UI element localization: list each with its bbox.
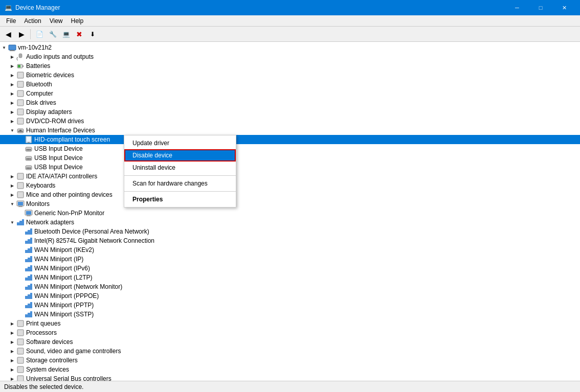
svg-rect-47 (22, 219, 24, 225)
tree-item-processors[interactable]: ▶Processors (0, 328, 580, 337)
toolbar-back[interactable]: ◀ (2, 28, 14, 40)
expand-icon-diskdrives[interactable]: ▶ (8, 99, 16, 107)
tree-item-wan-netmon[interactable]: WAN Miniport (Network Monitor) (0, 282, 580, 291)
toolbar: ◀ ▶ 📄 🔧 💻 ✖ ⬇ (0, 27, 580, 42)
device-tree[interactable]: ▼vm-10v21h2▶Audio inputs and outputs▶Bat… (0, 42, 580, 381)
expand-icon-storage[interactable]: ▶ (8, 356, 16, 364)
tree-item-dvd[interactable]: ▶DVD/CD-ROM drives (0, 117, 580, 126)
toolbar-scan[interactable]: ⬇ (86, 28, 99, 40)
tree-item-monitors[interactable]: ▼Monitors (0, 199, 580, 209)
tree-item-computer[interactable]: ▶Computer (0, 89, 580, 98)
tree-item-bt-network[interactable]: Bluetooth Device (Personal Area Network) (0, 227, 580, 236)
context-menu-item-update-driver[interactable]: Update driver (124, 137, 236, 149)
svg-rect-21 (28, 142, 30, 143)
tree-item-usb3[interactable]: USB Input Device (0, 163, 580, 172)
tree-item-intel-net[interactable]: Intel(R) 82574L Gigabit Network Connecti… (0, 236, 580, 245)
tree-item-usb2[interactable]: USB Input Device (0, 153, 580, 163)
maximize-button[interactable]: □ (529, 0, 552, 15)
menu-view[interactable]: View (46, 16, 67, 26)
tree-item-generic-monitor[interactable]: Generic Non-PnP Monitor (0, 209, 580, 218)
tree-item-audio[interactable]: ▶Audio inputs and outputs (0, 52, 580, 61)
expand-icon-network[interactable]: ▼ (8, 218, 16, 226)
svg-rect-8 (17, 72, 24, 78)
tree-item-hid[interactable]: ▼Human Interface Devices (0, 126, 580, 135)
tree-item-root[interactable]: ▼vm-10v21h2 (0, 43, 580, 52)
tree-item-wan-pppoe[interactable]: WAN Miniport (PPPOE) (0, 291, 580, 301)
expand-icon-root[interactable]: ▼ (0, 43, 8, 52)
tree-item-wan-pptp[interactable]: WAN Miniport (PPTP) (0, 301, 580, 310)
device-icon-storage (16, 356, 25, 364)
toolbar-properties[interactable]: 📄 (33, 28, 46, 40)
expand-icon-dvd[interactable]: ▶ (8, 117, 16, 125)
tree-item-network[interactable]: ▼Network adapters (0, 218, 580, 227)
tree-item-universal-serial[interactable]: ▶Universal Serial Bus controllers (0, 374, 580, 381)
svg-rect-44 (27, 216, 31, 216)
svg-rect-48 (25, 232, 28, 235)
tree-item-usb1[interactable]: USB Input Device (0, 144, 580, 153)
expand-icon-batteries[interactable]: ▶ (8, 62, 16, 70)
menu-action[interactable]: Action (20, 16, 45, 26)
tree-item-hid-touch[interactable]: HID-compliant touch screen (0, 135, 580, 144)
expand-icon-universal-serial[interactable]: ▶ (8, 375, 16, 381)
expand-icon-keyboards[interactable]: ▶ (8, 181, 16, 190)
expand-icon-displayadapters[interactable]: ▶ (8, 108, 16, 116)
tree-item-diskdrives[interactable]: ▶Disk drives (0, 98, 580, 107)
expand-icon-printqueues[interactable]: ▶ (8, 319, 16, 328)
tree-item-wan-ipv6[interactable]: WAN Miniport (IPv6) (0, 264, 580, 273)
tree-label-printqueues: Print queues (26, 320, 60, 327)
expand-icon-ide[interactable]: ▶ (8, 172, 16, 180)
device-icon-bluetooth (16, 80, 25, 88)
tree-label-diskdrives: Disk drives (26, 99, 56, 106)
tree-item-wan-ikev2[interactable]: WAN Miniport (IKEv2) (0, 245, 580, 255)
tree-label-sound: Sound, video and game controllers (26, 348, 121, 355)
expand-icon-wan-netmon (16, 283, 25, 291)
context-menu-item-disable-device[interactable]: Disable device (124, 149, 236, 162)
tree-item-sound[interactable]: ▶Sound, video and game controllers (0, 347, 580, 356)
tree-item-mice[interactable]: ▶Mice and other pointing devices (0, 190, 580, 199)
expand-icon-monitors[interactable]: ▼ (8, 200, 16, 208)
tree-item-batteries[interactable]: ▶Batteries (0, 61, 580, 71)
expand-icon-software[interactable]: ▶ (8, 338, 16, 346)
expand-icon-sound[interactable]: ▶ (8, 347, 16, 355)
toolbar-update-driver[interactable]: 🔧 (47, 28, 59, 40)
expand-icon-processors[interactable]: ▶ (8, 329, 16, 337)
toolbar-show-hidden[interactable]: 💻 (60, 28, 72, 40)
tree-item-wan-ip[interactable]: WAN Miniport (IP) (0, 255, 580, 264)
close-button[interactable]: ✕ (552, 0, 576, 15)
tree-label-wan-pppoe: WAN Miniport (PPPOE) (34, 292, 99, 299)
context-menu-item-properties[interactable]: Properties (124, 193, 236, 205)
expand-icon-bluetooth[interactable]: ▶ (8, 80, 16, 88)
tree-item-storage[interactable]: ▶Storage controllers (0, 356, 580, 365)
tree-label-system: System devices (26, 366, 69, 373)
toolbar-remove[interactable]: ✖ (73, 28, 85, 40)
expand-icon-computer[interactable]: ▶ (8, 89, 16, 98)
tree-item-displayadapters[interactable]: ▶Display adapters (0, 107, 580, 117)
expand-icon-hid[interactable]: ▼ (8, 126, 16, 134)
menu-help[interactable]: Help (67, 16, 88, 26)
tree-item-printqueues[interactable]: ▶Print queues (0, 319, 580, 328)
expand-icon-biometric[interactable]: ▶ (8, 71, 16, 79)
expand-icon-mice[interactable]: ▶ (8, 191, 16, 199)
tree-item-ide[interactable]: ▶IDE ATA/ATAPI controllers (0, 172, 580, 181)
expand-icon-audio[interactable]: ▶ (8, 53, 16, 61)
svg-point-33 (30, 168, 31, 169)
menu-file[interactable]: File (2, 16, 20, 26)
svg-point-24 (28, 149, 30, 151)
svg-rect-78 (17, 320, 24, 327)
tree-label-audio: Audio inputs and outputs (26, 53, 94, 60)
tree-item-software[interactable]: ▶Software devices (0, 337, 580, 347)
expand-icon-system[interactable]: ▶ (8, 365, 16, 374)
expand-icon-wan-l2tp (16, 273, 25, 282)
minimize-button[interactable]: ─ (505, 0, 529, 15)
tree-item-bluetooth[interactable]: ▶Bluetooth (0, 80, 580, 89)
tree-item-system[interactable]: ▶System devices (0, 365, 580, 374)
device-icon-computer (16, 89, 25, 98)
context-menu-item-uninstall-device[interactable]: Uninstall device (124, 162, 236, 174)
expand-icon-bt-network (16, 227, 25, 236)
tree-item-biometric[interactable]: ▶Biometric devices (0, 71, 580, 80)
context-menu-item-scan-hardware[interactable]: Scan for hardware changes (124, 177, 236, 190)
tree-item-wan-sstp[interactable]: WAN Miniport (SSTP) (0, 310, 580, 319)
tree-item-keyboards[interactable]: ▶Keyboards (0, 181, 580, 190)
tree-item-wan-l2tp[interactable]: WAN Miniport (L2TP) (0, 273, 580, 282)
toolbar-forward[interactable]: ▶ (15, 28, 28, 40)
